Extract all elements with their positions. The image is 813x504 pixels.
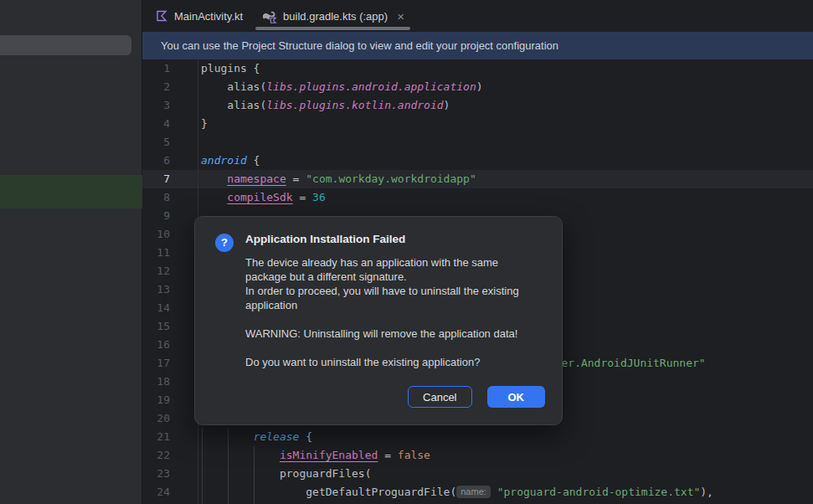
line-number[interactable]: 3 <box>142 96 198 115</box>
code-text: namespace = "com.workday.workdroidapp" <box>201 170 476 188</box>
code-line[interactable]: 4} <box>142 115 813 133</box>
line-number[interactable]: 9 <box>142 207 198 225</box>
dialog-message-line: In order to proceed, you will have to un… <box>245 284 538 312</box>
banner-text: You can use the Project Structure dialog… <box>161 39 558 52</box>
cancel-button[interactable]: Cancel <box>408 386 471 408</box>
line-number[interactable]: 8 <box>142 188 198 207</box>
dialog-buttons: Cancel OK <box>408 386 545 408</box>
dialog-message-line: The device already has an application wi… <box>245 255 538 284</box>
dialog-message: The device already has an application wi… <box>245 255 538 369</box>
line-number[interactable]: 2 <box>142 78 198 96</box>
project-tree-highlight-row[interactable] <box>0 175 142 208</box>
line-number[interactable]: 6 <box>142 152 198 170</box>
code-text: release { <box>201 428 312 446</box>
line-number[interactable]: 24 <box>142 483 198 501</box>
code-line[interactable]: 3 alias(libs.plugins.kotlin.android) <box>142 96 813 115</box>
code-text: getDefaultProguardFile(name: "proguard-a… <box>201 483 713 501</box>
dialog-message-line: WARNING: Uninstalling will remove the ap… <box>245 327 538 341</box>
code-text: proguardFiles( <box>201 465 372 483</box>
code-line[interactable]: 24 getDefaultProguardFile(name: "proguar… <box>142 483 813 501</box>
line-number[interactable]: 18 <box>142 373 198 391</box>
code-text: compileSdk = 36 <box>201 188 326 207</box>
tab-close-icon[interactable]: × <box>397 10 404 23</box>
code-text: isMinifyEnabled = false <box>201 446 430 465</box>
code-text: } <box>201 115 208 133</box>
line-number[interactable]: 16 <box>142 336 198 354</box>
line-number[interactable]: 19 <box>142 391 198 409</box>
code-text: android { <box>201 152 260 170</box>
line-number[interactable]: 13 <box>142 280 198 299</box>
gradle-file-icon <box>261 8 277 24</box>
dialog-message-line: Do you want to uninstall the existing ap… <box>245 355 538 369</box>
code-line[interactable]: 22 isMinifyEnabled = false <box>142 446 813 465</box>
dialog-message-line <box>245 341 538 355</box>
line-number[interactable]: 5 <box>142 133 198 152</box>
code-text: alias(libs.plugins.kotlin.android) <box>201 96 450 115</box>
kotlin-file-icon <box>155 9 168 23</box>
line-number[interactable]: 15 <box>142 317 198 336</box>
line-number[interactable]: 4 <box>142 115 198 133</box>
code-line[interactable]: 1plugins { <box>142 59 813 78</box>
code-line[interactable]: 23 proguardFiles( <box>142 465 813 483</box>
project-tree-selected-item[interactable] <box>0 35 131 55</box>
dialog-title: Application Installation Failed <box>245 233 405 245</box>
line-number[interactable]: 22 <box>142 446 198 465</box>
tab-mainactivity[interactable]: MainActivity.kt <box>146 0 252 32</box>
code-line[interactable]: 2 alias(libs.plugins.android.application… <box>142 78 813 96</box>
notification-banner: You can use the Project Structure dialog… <box>142 32 813 59</box>
code-line[interactable]: 8 compileSdk = 36 <box>142 188 813 207</box>
question-icon: ? <box>215 234 234 252</box>
line-number[interactable]: 21 <box>142 428 198 446</box>
line-number[interactable]: 11 <box>142 244 198 262</box>
line-number[interactable]: 17 <box>142 354 198 373</box>
dialog-message-line <box>245 312 538 327</box>
code-line[interactable]: 6android { <box>142 152 813 170</box>
tab-label: build.gradle.kts (:app) <box>283 10 388 23</box>
code-text: plugins { <box>201 59 260 78</box>
code-text: alias(libs.plugins.android.application) <box>201 78 483 96</box>
code-line[interactable]: 5 <box>142 133 813 152</box>
editor-tab-bar: MainActivity.kt build.gradle.kts (:app) … <box>142 0 813 32</box>
project-panel <box>0 0 142 504</box>
ok-button[interactable]: OK <box>487 386 546 408</box>
code-line[interactable]: 21 release { <box>142 428 813 446</box>
line-number[interactable]: 7 <box>142 170 198 188</box>
line-number[interactable]: 14 <box>142 299 198 317</box>
line-number[interactable]: 10 <box>142 225 198 244</box>
line-number[interactable]: 1 <box>142 59 198 78</box>
code-line[interactable]: 7 namespace = "com.workday.workdroidapp" <box>142 170 813 188</box>
line-number[interactable]: 20 <box>142 409 198 428</box>
line-number[interactable]: 23 <box>142 465 198 483</box>
tab-build-gradle[interactable]: build.gradle.kts (:app) × <box>252 0 414 32</box>
line-number[interactable]: 12 <box>142 262 198 280</box>
application-installation-failed-dialog: ? Application Installation Failed The de… <box>194 216 563 425</box>
tab-label: MainActivity.kt <box>174 10 243 23</box>
